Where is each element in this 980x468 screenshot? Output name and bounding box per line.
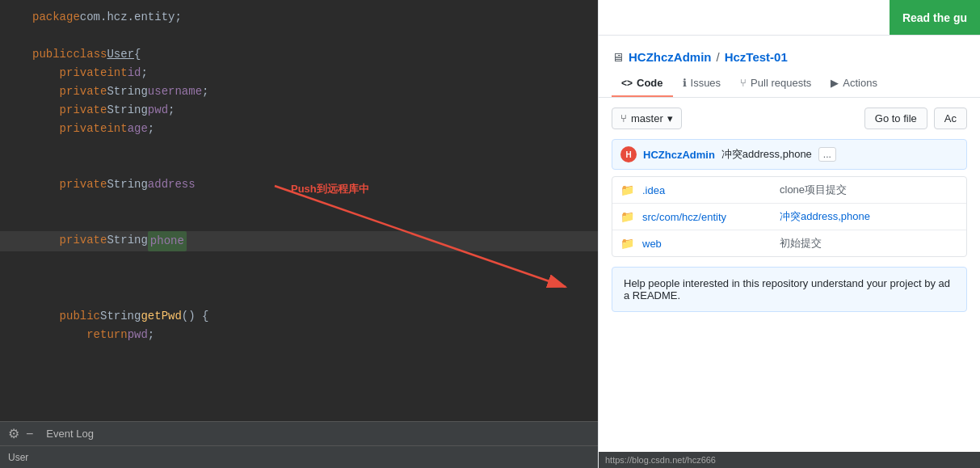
branch-button[interactable]: ⑂ master ▾ [612,108,682,129]
code-line [0,289,598,307]
tab-issues[interactable]: ℹ Issues [673,70,731,97]
nav-tabs: <> Code ℹ Issues ⑂ Pull requests ▶ Actio… [612,70,967,97]
code-line: return pwd; [0,326,598,344]
repo-name[interactable]: HczTest-01 [725,50,788,64]
tab-pr-label: Pull requests [751,77,811,89]
read-guide-button[interactable]: Read the gu [890,0,980,35]
code-line: public String getPwd() { [0,307,598,326]
github-content: ⑂ master ▾ Go to file Ac H HCZhczAdmin 冲… [599,98,980,452]
folder-icon: 📁 [620,183,634,196]
tab-actions[interactable]: ▶ Actions [821,70,887,97]
code-line [0,27,598,45]
avatar: H [620,146,637,162]
status-text: User [8,452,28,463]
table-row[interactable]: 📁 src/com/hcz/entity 冲突address,phone [612,204,966,230]
readme-hint: Help people interested in this repositor… [612,267,967,312]
tab-issues-label: Issues [691,77,721,89]
file-commit: clone项目提交 [780,183,958,197]
code-line [0,251,598,270]
commit-author[interactable]: HCZhczAdmin [643,149,715,161]
tab-code-label: Code [637,77,663,89]
file-name[interactable]: src/com/hcz/entity [642,211,772,223]
tab-pull-requests[interactable]: ⑂ Pull requests [730,70,821,97]
url-text: https://blog.csdn.net/hcz666 [605,455,716,465]
add-button[interactable]: Ac [934,108,967,129]
actions-tab-icon: ▶ [831,77,839,89]
folder-icon: 📁 [620,237,634,250]
commit-message: 冲突address,phone [721,147,812,162]
file-name[interactable]: .idea [642,184,772,196]
code-tab-icon: <> [621,78,633,89]
gear-icon[interactable]: ⚙ [8,426,19,441]
table-row[interactable]: 📁 .idea clone项目提交 [612,177,966,204]
code-line: public class User { [0,45,598,64]
file-commit: 初始提交 [780,236,958,251]
push-annotation: Push到远程库中 [291,182,369,196]
code-area: package com.hcz.entity; public class Use… [0,0,598,352]
top-bar: Read the gu [599,0,980,36]
code-line: private String username; [0,82,598,101]
branch-toolbar: ⑂ master ▾ Go to file Ac [612,108,967,129]
event-log-label: Event Log [46,428,94,440]
go-to-file-button[interactable]: Go to file [864,108,927,129]
url-bar: https://blog.csdn.net/hcz666 [599,452,980,468]
file-commit: 冲突address,phone [780,209,958,224]
tab-code[interactable]: <> Code [612,70,673,97]
folder-icon: 📁 [620,210,634,223]
issues-tab-icon: ℹ [683,77,687,89]
code-line [0,157,598,175]
code-line: private int id; [0,64,598,82]
file-table: 📁 .idea clone项目提交 📁 src/com/hcz/entity 冲… [612,176,967,257]
code-line [0,138,598,157]
pr-tab-icon: ⑂ [740,77,747,89]
repo-header: 🖥 HCZhczAdmin / HczTest-01 <> Code ℹ Iss… [599,36,980,98]
repo-icon: 🖥 [612,50,624,64]
code-line-phone: private String phone [0,231,598,251]
code-line: package com.hcz.entity; [0,8,598,27]
tab-actions-label: Actions [843,77,877,89]
branch-name: master [631,112,663,124]
github-panel: Read the gu 🖥 HCZhczAdmin / HczTest-01 <… [598,0,980,468]
status-bar: User [0,445,598,468]
code-line [0,194,598,213]
code-line: private int age; [0,120,598,138]
branch-icon: ⑂ [620,112,627,124]
file-name[interactable]: web [642,238,772,250]
minus-icon[interactable]: − [26,427,33,441]
code-line [0,270,598,289]
commit-bar: H HCZhczAdmin 冲突address,phone ... [612,139,967,170]
commit-more-button[interactable]: ... [818,147,836,162]
code-line [0,213,598,231]
repo-separator: / [717,50,720,64]
repo-owner[interactable]: HCZhczAdmin [629,50,712,64]
repo-title: 🖥 HCZhczAdmin / HczTest-01 [612,42,967,67]
table-row[interactable]: 📁 web 初始提交 [612,230,966,256]
chevron-down-icon: ▾ [667,112,673,124]
event-log-bar: ⚙ − Event Log [0,421,598,445]
code-line: private String pwd; [0,101,598,120]
editor-panel: package com.hcz.entity; public class Use… [0,0,598,468]
